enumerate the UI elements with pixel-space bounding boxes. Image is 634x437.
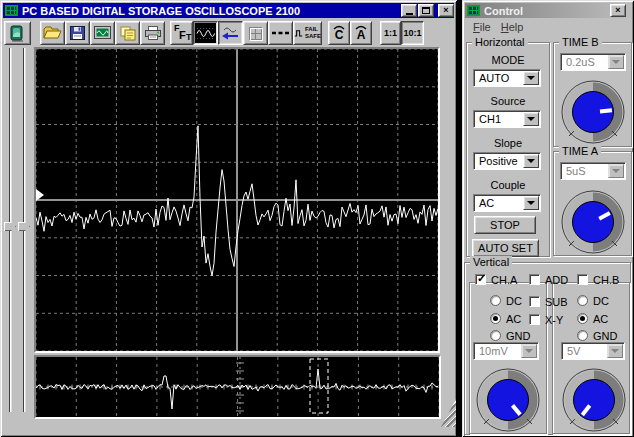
channel-c-button[interactable]: C: [328, 21, 350, 45]
slope-select[interactable]: Positive: [473, 152, 541, 170]
channel-a-gain-knob[interactable]: [473, 365, 543, 435]
fft-letter-3: T: [186, 32, 192, 42]
time-b-knob[interactable]: [558, 77, 628, 147]
menu-help[interactable]: Help: [501, 21, 524, 33]
chevron-down-icon: [525, 349, 533, 353]
horizontal-group-title: Horizontal: [472, 36, 528, 48]
arc-icon: [332, 24, 346, 30]
channel-a-ac-label: AC: [506, 313, 521, 325]
fft-button[interactable]: F F T: [170, 21, 193, 45]
arc-icon: [354, 24, 368, 30]
stop-button[interactable]: STOP: [474, 216, 536, 234]
auto-set-button[interactable]: AUTO SET: [472, 239, 539, 257]
add-checkbox-label: ADD: [545, 274, 568, 286]
couple-dropdown-button[interactable]: [523, 196, 539, 210]
channel-b-gain-knob[interactable]: [559, 365, 629, 435]
channel-a-slider-thumb[interactable]: [4, 222, 16, 231]
probe-1-1-button[interactable]: 1:1: [380, 21, 401, 45]
time-a-value: 5uS: [566, 165, 586, 177]
xy-checkbox[interactable]: ✓: [529, 314, 540, 325]
maximize-button[interactable]: [418, 4, 434, 17]
channel-b-checkbox-label: CH.B: [593, 274, 619, 286]
xy-checkbox-label: X-Y: [545, 314, 563, 326]
minimize-button[interactable]: [401, 4, 417, 17]
notes-button[interactable]: [115, 21, 140, 45]
channel-b-range-dropdown-button: [607, 344, 623, 358]
resize-grip[interactable]: [441, 399, 456, 427]
channel-b-dc-radio[interactable]: [577, 295, 588, 306]
chevron-down-icon: [527, 159, 535, 163]
channel-a-range-dropdown-button: [521, 344, 537, 358]
minimize-icon: [406, 13, 413, 15]
chevron-down-icon: [612, 169, 620, 173]
source-dropdown-button[interactable]: [523, 112, 539, 126]
couple-label: Couple: [467, 179, 549, 191]
probe-10-1-label: 10:1: [403, 28, 421, 38]
couple-select[interactable]: AC: [473, 194, 541, 212]
vertical-group: Vertical ✓ CH.A ✓ ADD ✓ CH.B ✓ SUB ✓ X-Y…: [464, 262, 631, 435]
sub-checkbox[interactable]: ✓: [529, 296, 540, 307]
channel-b-checkbox[interactable]: ✓: [577, 274, 588, 285]
time-b-group-title: TIME B: [559, 36, 602, 48]
channel-b-gnd-radio[interactable]: [577, 330, 588, 341]
close-icon: ×: [443, 6, 448, 15]
control-window: Control × File Help Horizontal MODE AUTO…: [462, 0, 634, 437]
screen-capture-button[interactable]: [90, 21, 115, 45]
screen-capture-icon: [94, 26, 111, 40]
channel-a-gnd-radio[interactable]: [490, 330, 501, 341]
mode-select[interactable]: AUTO: [473, 69, 541, 87]
overview-display: [34, 355, 441, 419]
main-scope-display: [34, 47, 440, 353]
dotted-trace-button[interactable]: [268, 21, 293, 45]
channel-b-ac-radio[interactable]: [577, 313, 588, 324]
probe-10-1-button[interactable]: 10:1: [401, 21, 424, 45]
exit-button[interactable]: [4, 21, 31, 45]
floppy-disk-icon: [70, 26, 85, 40]
undo-wave-icon: [221, 26, 240, 40]
step-wave-icon: [294, 26, 303, 40]
recall-trace-button[interactable]: [218, 21, 243, 45]
channel-b-range-select: 5V: [561, 342, 625, 360]
channel-a-range-value: 10mV: [479, 345, 508, 357]
control-titlebar[interactable]: Control: [465, 3, 631, 18]
channel-a-dc-radio[interactable]: [490, 295, 501, 306]
maximize-icon: [422, 7, 430, 14]
menu-file[interactable]: File: [473, 21, 491, 33]
channel-b-gnd-label: GND: [593, 330, 617, 342]
time-b-select: 0.2uS: [560, 53, 626, 71]
save-button[interactable]: [65, 21, 90, 45]
sub-checkbox-label: SUB: [545, 296, 568, 308]
source-label: Source: [467, 95, 549, 107]
channel-a-checkbox[interactable]: ✓: [475, 274, 486, 285]
chevron-down-icon: [527, 117, 535, 121]
control-close-button[interactable]: ×: [610, 4, 626, 17]
mode-dropdown-button[interactable]: [523, 71, 539, 85]
print-button[interactable]: [140, 21, 165, 45]
time-a-knob[interactable]: [558, 187, 628, 257]
slope-dropdown-button[interactable]: [523, 154, 539, 168]
waveform-mode-button[interactable]: [193, 21, 218, 45]
chevron-down-icon: [527, 201, 535, 205]
time-a-group: TIME A 5uS: [553, 151, 632, 256]
time-b-group: TIME B 0.2uS: [553, 42, 632, 147]
chevron-down-icon: [527, 76, 535, 80]
source-select[interactable]: CH1: [473, 110, 541, 128]
time-b-value: 0.2uS: [566, 56, 595, 68]
channel-a-button[interactable]: A: [350, 21, 372, 45]
main-window-title: PC BASED DIGITAL STORAGE OSCILLOSCOPE 21…: [22, 5, 300, 17]
close-button[interactable]: ×: [438, 4, 454, 17]
probe-1-1-label: 1:1: [384, 28, 397, 38]
failsafe-button[interactable]: FAIL SAFE: [293, 21, 322, 45]
open-file-button[interactable]: [40, 21, 65, 45]
horizontal-group: Horizontal MODE AUTO Source CH1 Slope Po…: [466, 42, 550, 257]
time-b-dropdown-button: [608, 55, 624, 69]
channel-a-ac-radio[interactable]: [490, 313, 501, 324]
close-icon: ×: [615, 6, 620, 15]
channel-a-gnd-label: GND: [506, 330, 530, 342]
sine-wave-icon: [196, 27, 215, 40]
add-checkbox[interactable]: ✓: [529, 274, 540, 285]
desktop: PC BASED DIGITAL STORAGE OSCILLOSCOPE 21…: [0, 0, 634, 437]
trigger-level-marker[interactable]: [36, 189, 44, 201]
channel-b-slider-thumb[interactable]: [18, 222, 30, 231]
main-titlebar[interactable]: PC BASED DIGITAL STORAGE OSCILLOSCOPE 21…: [3, 3, 454, 18]
